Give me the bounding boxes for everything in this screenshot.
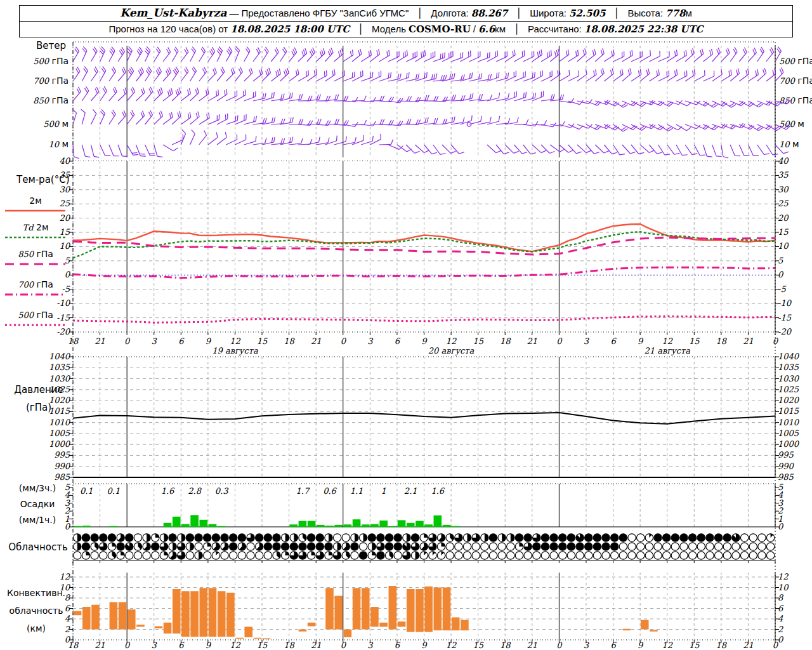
convective-cloud-bar — [334, 596, 343, 630]
svg-text:1030: 1030 — [778, 374, 800, 383]
precip-bar — [370, 524, 379, 527]
svg-text:9: 9 — [638, 336, 644, 346]
svg-text:20: 20 — [778, 213, 789, 223]
svg-text:12: 12 — [230, 640, 240, 650]
svg-text:6: 6 — [610, 640, 617, 650]
precip-bar — [452, 526, 460, 527]
svg-text:2.8: 2.8 — [188, 486, 202, 496]
svg-text:21: 21 — [743, 640, 754, 650]
svg-text:1000: 1000 — [778, 439, 800, 449]
svg-text:3: 3 — [152, 640, 158, 650]
svg-text:30: 30 — [778, 185, 789, 194]
precip-bar — [181, 524, 190, 527]
svg-text:1000: 1000 — [49, 439, 71, 449]
cloud-cover-row-3 — [74, 552, 775, 559]
convective-cloud-bar — [650, 630, 658, 631]
convective-cloud-bar — [254, 638, 262, 639]
svg-text:18: 18 — [500, 336, 511, 346]
svg-text:6: 6 — [178, 336, 185, 346]
svg-text:12: 12 — [446, 336, 457, 346]
svg-text:1030: 1030 — [49, 374, 71, 383]
convective-cloud-bar — [433, 588, 442, 631]
svg-text:(гПа): (гПа) — [26, 402, 51, 413]
precipitation-section: (мм/3ч.)Осадки(мм/1ч.)5544332211000.10.1… — [19, 482, 784, 531]
convective-cloud-bar — [398, 621, 406, 627]
svg-text:15: 15 — [778, 227, 789, 237]
precip-bar — [218, 526, 226, 527]
precip-bar — [362, 524, 370, 527]
convective-cloud-bar — [461, 620, 469, 631]
svg-text:20: 20 — [59, 213, 70, 223]
svg-text:12: 12 — [662, 640, 672, 650]
precip-bar — [199, 520, 207, 527]
precip-bar — [416, 521, 424, 527]
svg-text:Td 2м: Td 2м — [23, 222, 49, 232]
svg-text:1005: 1005 — [49, 428, 70, 438]
svg-text:Облачность: Облачность — [8, 541, 68, 553]
svg-text:21: 21 — [743, 336, 754, 346]
convective-cloud-bar — [379, 623, 388, 627]
convective-cloud-bar — [623, 629, 631, 630]
svg-text:1010: 1010 — [49, 418, 71, 427]
precip-bar — [389, 526, 397, 527]
convective-cloud-bar — [91, 605, 100, 630]
svg-text:6: 6 — [610, 336, 617, 346]
svg-text:40: 40 — [59, 156, 70, 166]
convective-cloud-bar — [424, 587, 433, 632]
svg-text:-15: -15 — [56, 313, 70, 322]
svg-text:-5: -5 — [62, 284, 70, 294]
svg-text:0.1: 0.1 — [107, 486, 121, 496]
meteogram-chart: Ветер500 гПа500 гПа700 гПа700 гПа850 гПа… — [0, 0, 812, 650]
svg-text:12: 12 — [778, 572, 789, 581]
svg-text:-15: -15 — [778, 313, 792, 322]
svg-text:15: 15 — [257, 336, 268, 346]
svg-text:15: 15 — [689, 336, 700, 346]
convective-cloud-bar — [263, 639, 271, 640]
svg-text:10 м: 10 м — [779, 139, 799, 149]
convective-cloud-bar — [155, 627, 163, 628]
time-axis: 1821036912151821036912151821036912151821… — [68, 336, 779, 355]
svg-text:0.3: 0.3 — [215, 486, 229, 496]
precip-bar — [209, 524, 217, 527]
svg-text:18: 18 — [284, 336, 295, 346]
convective-cloud-bar — [407, 589, 415, 632]
precip-bar — [353, 519, 361, 527]
svg-text:0: 0 — [124, 640, 131, 650]
convective-cloud-bar — [74, 611, 82, 616]
precip-bar — [379, 521, 388, 527]
precip-bar — [110, 526, 118, 527]
svg-text:1010: 1010 — [778, 418, 800, 427]
svg-text:-20: -20 — [56, 327, 71, 336]
convective-cloud-bar — [181, 591, 190, 637]
svg-text:9: 9 — [206, 336, 212, 346]
svg-text:0: 0 — [556, 640, 563, 650]
svg-text:9: 9 — [638, 640, 644, 650]
svg-text:21: 21 — [527, 640, 538, 650]
svg-text:15: 15 — [59, 227, 70, 237]
svg-text:0: 0 — [341, 336, 347, 346]
cloud-cover-row-2 — [74, 543, 775, 550]
svg-text:0: 0 — [124, 336, 131, 346]
wind-barbs-10м — [73, 129, 789, 158]
svg-text:850 гПа: 850 гПа — [779, 95, 812, 105]
convective-cloud-bar — [164, 623, 172, 633]
svg-text:9: 9 — [421, 336, 428, 346]
svg-text:2м: 2м — [29, 196, 41, 206]
svg-text:6: 6 — [395, 336, 401, 346]
convective-section: Конвективн.облачность(км)121210108866442… — [7, 572, 789, 644]
precip-bar — [173, 517, 181, 527]
svg-text:0.1: 0.1 — [80, 486, 93, 496]
svg-text:1015: 1015 — [49, 406, 70, 416]
convective-cloud-bar — [209, 588, 217, 637]
svg-text:21: 21 — [311, 336, 322, 346]
cloudiness-section: Облачность — [8, 534, 775, 563]
svg-text:990: 990 — [778, 461, 795, 471]
precip-bar — [407, 523, 415, 527]
svg-text:12: 12 — [446, 640, 457, 650]
svg-text:15: 15 — [689, 640, 700, 650]
svg-text:18: 18 — [284, 640, 295, 650]
svg-text:12: 12 — [59, 572, 70, 581]
wind-barbs-500гПа — [73, 46, 781, 62]
precip-bar — [317, 525, 325, 527]
convective-cloud-bar — [308, 623, 316, 627]
